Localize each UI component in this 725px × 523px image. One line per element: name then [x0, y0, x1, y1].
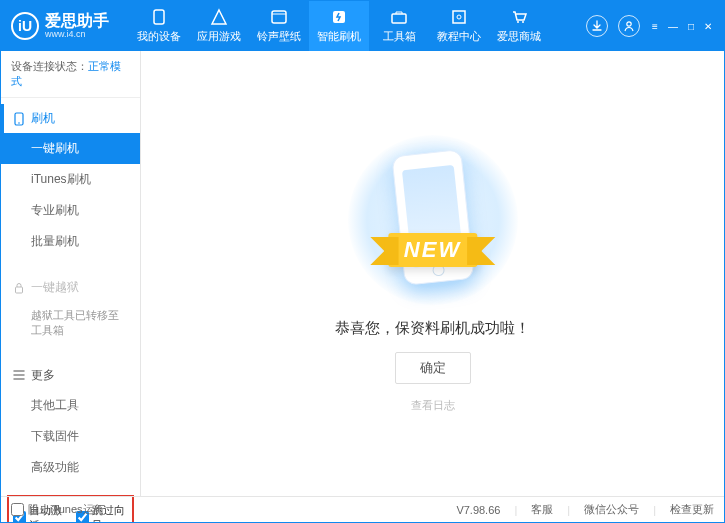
more-head-label: 更多	[31, 367, 55, 384]
svg-rect-0	[154, 10, 164, 24]
user-icon[interactable]	[618, 15, 640, 37]
sidebar-item-more-1[interactable]: 下载固件	[1, 421, 140, 452]
svg-rect-1	[272, 11, 286, 23]
nav-item-flash[interactable]: 智能刷机	[309, 1, 369, 51]
media-icon	[270, 8, 288, 26]
minimize-button[interactable]: —	[666, 21, 680, 32]
app-window: iU 爱思助手 www.i4.cn 我的设备应用游戏铃声壁纸智能刷机工具箱教程中…	[0, 0, 725, 523]
nav-item-media[interactable]: 铃声壁纸	[249, 1, 309, 51]
nav-label: 教程中心	[437, 29, 481, 44]
connection-status: 设备连接状态：正常模式	[1, 51, 140, 98]
view-log-link[interactable]: 查看日志	[411, 398, 455, 413]
nav-item-apps[interactable]: 应用游戏	[189, 1, 249, 51]
title-right: ≡ — □ ✕	[586, 15, 714, 37]
brand-logo-icon: iU	[11, 12, 39, 40]
svg-point-5	[457, 15, 461, 19]
ok-button[interactable]: 确定	[395, 352, 471, 384]
nav-label: 工具箱	[383, 29, 416, 44]
sidebar-item-more-2[interactable]: 高级功能	[1, 452, 140, 483]
sidebar: 设备连接状态：正常模式 刷机 一键刷机iTunes刷机专业刷机批量刷机 一键越狱…	[1, 51, 141, 496]
check-update-link[interactable]: 检查更新	[670, 502, 714, 517]
checkbox-block-itunes[interactable]	[11, 503, 24, 516]
svg-point-8	[627, 22, 631, 26]
svg-rect-11	[16, 287, 23, 293]
brand: iU 爱思助手 www.i4.cn	[11, 12, 109, 40]
nav-label: 爱思商城	[497, 29, 541, 44]
new-ribbon: NEW	[388, 233, 477, 267]
svg-point-7	[522, 21, 524, 23]
nav-item-phone[interactable]: 我的设备	[129, 1, 189, 51]
content: NEW 恭喜您，保资料刷机成功啦！ 确定 查看日志	[141, 51, 724, 496]
group-jailbreak: 一键越狱 越狱工具已转移至工具箱	[1, 267, 140, 351]
jailbreak-head-label: 一键越狱	[31, 279, 79, 296]
apps-icon	[210, 8, 228, 26]
nav-label: 铃声壁纸	[257, 29, 301, 44]
check-block-itunes[interactable]: 阻止iTunes运行	[11, 502, 105, 517]
footer: 阻止iTunes运行 V7.98.66 | 客服 | 微信公众号 | 检查更新	[1, 496, 724, 522]
sidebar-item-flash-3[interactable]: 批量刷机	[1, 226, 140, 257]
flash-icon	[330, 8, 348, 26]
svg-rect-3	[392, 14, 406, 23]
sidebar-head-flash[interactable]: 刷机	[1, 104, 140, 133]
list-icon	[13, 370, 25, 380]
toolbox-icon	[390, 8, 408, 26]
menu-icon[interactable]: ≡	[650, 21, 660, 32]
nav-label: 智能刷机	[317, 29, 361, 44]
svg-rect-4	[453, 11, 465, 23]
conn-label: 设备连接状态：	[11, 60, 88, 72]
maximize-button[interactable]: □	[686, 21, 696, 32]
wechat-link[interactable]: 微信公众号	[584, 502, 639, 517]
close-button[interactable]: ✕	[702, 21, 714, 32]
title-bar: iU 爱思助手 www.i4.cn 我的设备应用游戏铃声壁纸智能刷机工具箱教程中…	[1, 1, 724, 51]
book-icon	[450, 8, 468, 26]
cart-icon	[510, 8, 528, 26]
phone-icon	[13, 112, 25, 126]
brand-name: 爱思助手	[45, 12, 109, 30]
sidebar-head-more[interactable]: 更多	[1, 361, 140, 390]
lock-icon	[13, 282, 25, 294]
main-area: NEW 恭喜您，保资料刷机成功啦！ 确定 查看日志	[141, 51, 724, 496]
nav-item-toolbox[interactable]: 工具箱	[369, 1, 429, 51]
body: 设备连接状态：正常模式 刷机 一键刷机iTunes刷机专业刷机批量刷机 一键越狱…	[1, 51, 724, 496]
brand-url: www.i4.cn	[45, 30, 109, 40]
flash-head-label: 刷机	[31, 110, 55, 127]
sidebar-item-flash-1[interactable]: iTunes刷机	[1, 164, 140, 195]
top-nav: 我的设备应用游戏铃声壁纸智能刷机工具箱教程中心爱思商城	[129, 1, 586, 51]
version-label: V7.98.66	[456, 504, 500, 516]
success-illustration: NEW	[348, 135, 518, 305]
svg-point-6	[517, 21, 519, 23]
ribbon-text: NEW	[388, 233, 477, 267]
download-icon[interactable]	[586, 15, 608, 37]
nav-label: 我的设备	[137, 29, 181, 44]
svg-point-10	[18, 122, 20, 124]
service-link[interactable]: 客服	[531, 502, 553, 517]
nav-item-book[interactable]: 教程中心	[429, 1, 489, 51]
sidebar-item-flash-2[interactable]: 专业刷机	[1, 195, 140, 226]
group-more: 更多 其他工具下载固件高级功能	[1, 355, 140, 489]
sidebar-item-flash-0[interactable]: 一键刷机	[1, 133, 140, 164]
sidebar-head-jailbreak: 一键越狱	[1, 273, 140, 302]
group-flash: 刷机 一键刷机iTunes刷机专业刷机批量刷机	[1, 98, 140, 263]
nav-item-cart[interactable]: 爱思商城	[489, 1, 549, 51]
window-controls: ≡ — □ ✕	[650, 21, 714, 32]
nav-label: 应用游戏	[197, 29, 241, 44]
jailbreak-note: 越狱工具已转移至工具箱	[1, 302, 140, 345]
phone-icon	[150, 8, 168, 26]
sidebar-item-more-0[interactable]: 其他工具	[1, 390, 140, 421]
success-message: 恭喜您，保资料刷机成功啦！	[335, 319, 530, 338]
